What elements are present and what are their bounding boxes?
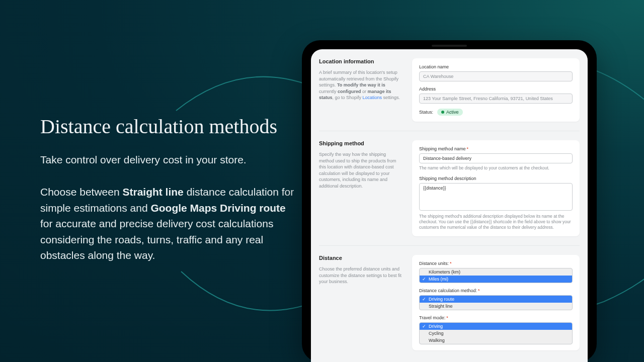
mode-label: Travel mode:: [419, 315, 573, 320]
shipping-name-label: Shipping method name: [419, 146, 573, 151]
section-side: Location information A brief summary of …: [319, 58, 402, 122]
method-option-driving-route[interactable]: Driving route: [420, 296, 572, 303]
mode-dropdown[interactable]: Driving Cycling Walking: [419, 322, 573, 344]
hero-title: Distance calculation methods: [40, 116, 297, 138]
location-name-input: [419, 71, 573, 81]
units-dropdown[interactable]: Kilometers (km) Miles (mi): [419, 268, 573, 283]
section-shipping: Shipping method Specify the way how the …: [319, 140, 580, 246]
address-label: Address: [419, 86, 573, 92]
shipping-name-input[interactable]: [419, 153, 573, 163]
app-screen: Location information A brief summary of …: [311, 49, 588, 362]
shipping-desc-label: Shipping method description: [419, 176, 573, 181]
mode-option-cycling[interactable]: Cycling: [420, 330, 572, 337]
section-description: Choose the preferred distance units and …: [319, 266, 402, 285]
method-label: Distance calculation method:: [419, 288, 573, 293]
method-option-straight-line[interactable]: Straight line: [420, 303, 572, 310]
method-dropdown[interactable]: Driving route Straight line: [419, 295, 573, 310]
section-description: Specify the way how the shipping method …: [319, 151, 402, 190]
section-heading: Distance: [319, 255, 402, 261]
section-distance: Distance Choose the preferred distance u…: [319, 255, 580, 359]
address-input: [419, 94, 573, 104]
section-side: Distance Choose the preferred distance u…: [319, 255, 402, 350]
tablet-frame: Location information A brief summary of …: [302, 40, 597, 362]
section-side: Shipping method Specify the way how the …: [319, 140, 402, 236]
hero-body: Choose between Straight line distance ca…: [40, 184, 297, 263]
distance-card: Distance units: Kilometers (km) Miles (m…: [412, 255, 580, 350]
section-heading: Location information: [319, 58, 402, 64]
mode-option-driving[interactable]: Driving: [420, 323, 572, 330]
shipping-card: Shipping method name The name which will…: [412, 140, 580, 236]
status-label: Status:: [419, 110, 433, 115]
shipping-name-help: The name which will be displayed to your…: [419, 165, 573, 171]
units-label: Distance units:: [419, 261, 573, 266]
status-badge: Active: [437, 109, 463, 116]
section-description: A brief summary of this location's setup…: [319, 69, 402, 101]
units-option-km[interactable]: Kilometers (km): [420, 268, 572, 276]
hero-tagline: Take control over delivery cost in your …: [40, 153, 297, 166]
section-location: Location information A brief summary of …: [319, 58, 580, 131]
location-name-label: Location name: [419, 64, 573, 69]
locations-link[interactable]: Locations: [363, 95, 382, 100]
location-card: Location name Address Status: Active: [412, 58, 580, 122]
hero-copy: Distance calculation methods Take contro…: [40, 116, 297, 274]
section-heading: Shipping method: [319, 140, 402, 146]
marketing-slide: Distance calculation methods Take contro…: [0, 0, 644, 362]
mode-option-walking[interactable]: Walking: [420, 337, 572, 344]
shipping-desc-help: The shipping method's additional descrip…: [419, 214, 573, 230]
shipping-desc-textarea[interactable]: [419, 183, 573, 211]
units-option-mi[interactable]: Miles (mi): [420, 276, 572, 283]
